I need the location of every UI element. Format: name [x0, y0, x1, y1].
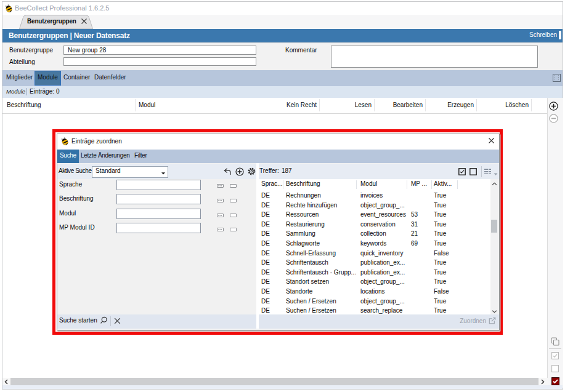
tab-container[interactable]: Container — [63, 74, 90, 81]
vscroll-thumb[interactable] — [491, 220, 497, 233]
results-table-row[interactable]: DESchriftentausch - Grupp...publication_… — [259, 266, 490, 276]
dialog-tab-suche[interactable]: Suche — [57, 150, 79, 163]
minus-circle-icon[interactable] — [549, 114, 558, 124]
undo-icon[interactable] — [224, 168, 232, 177]
results-table-row[interactable]: DERessourcenevent_resources53True — [259, 209, 490, 218]
column-separator — [531, 99, 532, 111]
results-cell: Standort setzen — [286, 278, 356, 285]
results-cell: True — [434, 202, 465, 209]
benutzergruppe-input[interactable]: New group 28 — [63, 46, 256, 55]
modul-input[interactable] — [116, 209, 201, 219]
results-table-row[interactable]: DESuchen / Ersetzenobject_group_...True — [259, 295, 490, 305]
magnifier-icon[interactable] — [100, 316, 108, 326]
add-circle-icon[interactable] — [235, 167, 244, 177]
results-cell: DE — [261, 259, 282, 266]
gear-icon[interactable] — [248, 167, 256, 177]
columns-icon[interactable] — [484, 169, 491, 176]
ellipsis-button[interactable] — [217, 228, 224, 231]
results-table-row[interactable]: DESchnell-Erfassungquick_inventoryFalse — [259, 247, 490, 257]
col-mp[interactable]: MP ... — [411, 180, 427, 187]
mp-modul-id-input[interactable] — [116, 223, 201, 233]
column-separator — [431, 180, 432, 189]
zuordnen-button[interactable]: Zuordnen — [460, 318, 486, 324]
results-table-row[interactable]: DESuchen / Ersetzensearch_replaceTrue — [259, 305, 490, 314]
schreiben-button[interactable]: Schreiben — [529, 31, 557, 38]
results-table-row[interactable]: DESchriftentauschpublication_ex...True — [259, 257, 490, 266]
external-link-icon[interactable] — [489, 317, 496, 324]
layout-icon[interactable] — [553, 74, 561, 82]
checkbox-checked-gray-icon[interactable] — [551, 352, 559, 361]
bee-icon — [4, 4, 14, 13]
beschriftung-input[interactable] — [116, 194, 201, 204]
bee-icon — [60, 137, 70, 146]
chevron-down-icon[interactable] — [161, 170, 166, 177]
dialog-tab-letzte-aenderungen[interactable]: Letzte Änderungen — [78, 150, 132, 163]
results-vertical-scrollbar[interactable] — [490, 179, 498, 315]
dialog-body: Sprache Beschriftung Modul MP Mo — [57, 179, 499, 315]
active-search-combobox[interactable]: Standard — [92, 166, 168, 178]
tab-label: Benutzergruppen — [27, 18, 76, 25]
col-aktiv[interactable]: Aktiv... — [434, 180, 452, 187]
hscroll-thumb[interactable] — [10, 378, 539, 385]
results-cell: Suchen / Ersetzen — [286, 307, 356, 314]
results-table-row[interactable]: DESammlungcollection21True — [259, 228, 490, 238]
plus-circle-icon[interactable] — [549, 102, 558, 112]
tab-datenfelder[interactable]: Datenfelder — [94, 74, 126, 81]
tab-mitglieder[interactable]: Mitglieder — [6, 74, 33, 81]
results-table-row[interactable]: DEStandortelocationsFalse — [259, 286, 490, 295]
col-sprache[interactable]: Sprac... — [261, 180, 282, 187]
abteilung-input[interactable] — [63, 57, 256, 66]
col-lesen[interactable]: Lesen — [322, 102, 372, 108]
tab-module[interactable]: Module — [35, 71, 61, 86]
results-table-row[interactable]: DERechte hinzufügenobject_group_...True — [259, 199, 490, 209]
panel-splitter[interactable] — [256, 163, 259, 329]
col-loeschen[interactable]: Löschen — [479, 102, 529, 108]
clear-search-icon[interactable] — [114, 318, 121, 326]
col-beschriftung[interactable]: Beschriftung — [7, 102, 41, 108]
section-tab-strip: Mitglieder Module Container Datenfelder — [2, 70, 563, 86]
results-cell: DE — [261, 221, 282, 228]
command-bar-handle[interactable] — [559, 31, 561, 39]
tab-benutzergruppen[interactable]: Benutzergruppen — [19, 15, 93, 29]
results-table-row[interactable]: DEStandort setzenobject_group_...True — [259, 276, 490, 286]
blank-button[interactable] — [230, 184, 237, 188]
footer-separator — [110, 316, 111, 326]
results-cell: True — [434, 269, 465, 276]
col-erzeugen[interactable]: Erzeugen — [425, 102, 474, 108]
column-separator — [356, 180, 357, 189]
results-cell: search_replace — [360, 307, 409, 314]
ellipsis-button[interactable] — [217, 214, 224, 217]
copy-icon[interactable] — [551, 337, 559, 347]
col-modul[interactable]: Modul — [139, 102, 155, 108]
col-kein-recht[interactable]: Kein Recht — [267, 102, 317, 108]
sprache-input[interactable] — [116, 180, 201, 190]
horizontal-scrollbar[interactable] — [2, 378, 548, 385]
scroll-up-icon[interactable] — [492, 181, 497, 188]
chevron-down-icon[interactable] — [494, 170, 498, 177]
blank-button[interactable] — [230, 214, 237, 217]
checkbox-checked-icon[interactable] — [458, 168, 466, 177]
record-form: Benutzergruppe New group 28 Abteilung Ko… — [2, 42, 563, 70]
results-table-row[interactable]: DERestaurierungconservation31True — [259, 218, 490, 228]
blank-button[interactable] — [230, 199, 237, 202]
kommentar-textarea[interactable] — [331, 46, 538, 68]
col-beschriftung[interactable]: Beschriftung — [286, 180, 320, 187]
results-cell: True — [434, 307, 465, 314]
ellipsis-button[interactable] — [217, 199, 224, 202]
dialog-tab-filter[interactable]: Filter — [132, 150, 149, 163]
blank-button[interactable] — [230, 228, 237, 231]
checkbox-empty-icon[interactable] — [469, 168, 477, 177]
results-table-row[interactable]: DESchlagwortekeywords69True — [259, 238, 490, 247]
tab-close-icon[interactable] — [81, 18, 87, 25]
col-modul[interactable]: Modul — [360, 180, 377, 187]
results-cell: DE — [261, 192, 282, 199]
dialog-close-icon[interactable] — [488, 137, 495, 144]
checkbox-empty-icon[interactable] — [551, 365, 559, 374]
col-bearbeiten[interactable]: Bearbeiten — [373, 102, 423, 108]
results-table-row[interactable]: DERechnungeninvoicesTrue — [259, 190, 490, 199]
ellipsis-button[interactable] — [217, 184, 224, 188]
benutzergruppe-value: New group 28 — [68, 47, 106, 54]
kommentar-label: Kommentar — [285, 47, 317, 54]
beschriftung-label: Beschriftung — [59, 195, 94, 202]
sprache-label: Sprache — [59, 181, 82, 188]
